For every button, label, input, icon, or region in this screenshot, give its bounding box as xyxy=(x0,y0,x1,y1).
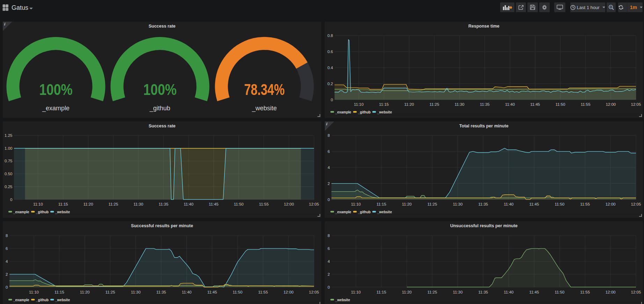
svg-text:6: 6 xyxy=(328,246,330,251)
svg-text:100%: 100% xyxy=(143,81,177,98)
svg-text:11:15: 11:15 xyxy=(376,290,386,294)
svg-text:12:05: 12:05 xyxy=(309,202,319,206)
svg-text:1.00: 1.00 xyxy=(5,146,12,150)
svg-text:11:30: 11:30 xyxy=(131,290,141,294)
svg-text:11:45: 11:45 xyxy=(209,202,219,206)
svg-text:11:20: 11:20 xyxy=(402,290,412,294)
svg-text:11:55: 11:55 xyxy=(258,290,268,294)
svg-text:11:20: 11:20 xyxy=(404,102,414,106)
svg-text:_website: _website xyxy=(377,110,392,114)
svg-text:0.6: 0.6 xyxy=(327,50,333,54)
svg-text:_github: _github xyxy=(36,210,49,214)
svg-text:12:05: 12:05 xyxy=(631,102,641,106)
svg-text:11:55: 11:55 xyxy=(581,102,591,106)
svg-text:11:20: 11:20 xyxy=(83,202,93,206)
svg-text:2: 2 xyxy=(328,272,330,276)
svg-text:12:00: 12:00 xyxy=(606,202,616,206)
svg-text:4: 4 xyxy=(6,259,8,264)
svg-text:11:10: 11:10 xyxy=(29,290,39,294)
svg-text:1.25: 1.25 xyxy=(5,133,12,138)
svg-text:11:40: 11:40 xyxy=(505,102,515,106)
svg-text:11:35: 11:35 xyxy=(480,102,490,106)
svg-text:2: 2 xyxy=(6,272,8,276)
svg-text:0: 0 xyxy=(6,285,8,289)
svg-text:12:00: 12:00 xyxy=(606,102,616,106)
svg-text:11:45: 11:45 xyxy=(207,290,217,294)
svg-text:4: 4 xyxy=(328,259,330,264)
svg-text:11:25: 11:25 xyxy=(427,290,437,294)
svg-text:11:25: 11:25 xyxy=(108,202,118,206)
svg-text:_website: _website xyxy=(377,210,392,214)
svg-text:0: 0 xyxy=(328,285,330,289)
svg-text:11:20: 11:20 xyxy=(80,290,90,294)
svg-text:0: 0 xyxy=(10,198,12,202)
svg-text:_website: _website xyxy=(251,105,277,112)
svg-text:11:15: 11:15 xyxy=(376,202,386,206)
svg-text:0.50: 0.50 xyxy=(5,172,12,176)
svg-text:11:15: 11:15 xyxy=(379,102,389,106)
svg-text:11:30: 11:30 xyxy=(453,202,463,206)
svg-text:12:00: 12:00 xyxy=(284,202,294,206)
svg-text:_example: _example xyxy=(13,298,29,302)
svg-text:100%: 100% xyxy=(39,81,73,98)
svg-text:8: 8 xyxy=(6,233,8,238)
svg-text:11:10: 11:10 xyxy=(351,202,361,206)
svg-text:_example: _example xyxy=(13,210,29,214)
svg-text:_github: _github xyxy=(149,105,170,112)
svg-text:6: 6 xyxy=(6,246,8,251)
svg-text:11:40: 11:40 xyxy=(504,202,514,206)
svg-text:0.4: 0.4 xyxy=(327,66,333,70)
svg-text:2: 2 xyxy=(328,181,330,186)
svg-text:_github: _github xyxy=(36,298,49,302)
svg-text:11:35: 11:35 xyxy=(159,202,168,206)
svg-text:11:10: 11:10 xyxy=(354,102,364,106)
svg-text:11:50: 11:50 xyxy=(555,202,564,206)
svg-text:_website: _website xyxy=(55,298,70,302)
svg-text:11:45: 11:45 xyxy=(530,102,540,106)
svg-text:12:05: 12:05 xyxy=(631,202,641,206)
svg-text:11:10: 11:10 xyxy=(33,202,43,206)
svg-text:11:40: 11:40 xyxy=(182,290,192,294)
svg-text:_github: _github xyxy=(358,110,371,114)
svg-text:11:50: 11:50 xyxy=(233,290,242,294)
svg-text:11:30: 11:30 xyxy=(133,202,143,206)
svg-text:11:35: 11:35 xyxy=(478,202,488,206)
svg-text:0.8: 0.8 xyxy=(327,34,333,38)
svg-text:11:30: 11:30 xyxy=(455,102,464,106)
svg-text:6: 6 xyxy=(328,149,330,154)
svg-text:4: 4 xyxy=(328,165,330,170)
svg-text:11:55: 11:55 xyxy=(580,202,590,206)
svg-text:8: 8 xyxy=(328,233,330,238)
svg-text:11:35: 11:35 xyxy=(478,290,488,294)
svg-text:12:00: 12:00 xyxy=(284,290,294,294)
svg-text:11:50: 11:50 xyxy=(555,290,564,294)
svg-text:_example: _example xyxy=(335,110,351,114)
svg-text:11:30: 11:30 xyxy=(453,290,463,294)
svg-text:12:05: 12:05 xyxy=(631,290,641,294)
svg-text:11:10: 11:10 xyxy=(351,290,361,294)
svg-text:_example: _example xyxy=(335,210,351,214)
svg-text:11:15: 11:15 xyxy=(58,202,68,206)
svg-text:11:25: 11:25 xyxy=(105,290,115,294)
svg-text:11:55: 11:55 xyxy=(259,202,269,206)
svg-text:0.75: 0.75 xyxy=(5,159,12,163)
svg-text:0: 0 xyxy=(328,198,330,202)
svg-text:0.25: 0.25 xyxy=(5,185,12,189)
svg-text:_website: _website xyxy=(55,210,70,214)
svg-text:_github: _github xyxy=(358,210,371,214)
svg-text:_website: _website xyxy=(335,298,350,302)
svg-text:11:20: 11:20 xyxy=(402,202,412,206)
svg-text:11:25: 11:25 xyxy=(430,102,439,106)
svg-text:_example: _example xyxy=(42,105,69,112)
svg-text:78.34%: 78.34% xyxy=(244,81,285,98)
svg-text:11:40: 11:40 xyxy=(184,202,193,206)
svg-text:12:00: 12:00 xyxy=(606,290,616,294)
svg-text:0.2: 0.2 xyxy=(327,82,333,86)
svg-text:12:05: 12:05 xyxy=(309,290,319,294)
svg-text:11:50: 11:50 xyxy=(234,202,244,206)
svg-text:11:25: 11:25 xyxy=(427,202,437,206)
svg-text:11:45: 11:45 xyxy=(529,290,539,294)
svg-text:11:15: 11:15 xyxy=(54,290,64,294)
svg-text:8: 8 xyxy=(328,133,330,138)
svg-text:11:50: 11:50 xyxy=(556,102,565,106)
